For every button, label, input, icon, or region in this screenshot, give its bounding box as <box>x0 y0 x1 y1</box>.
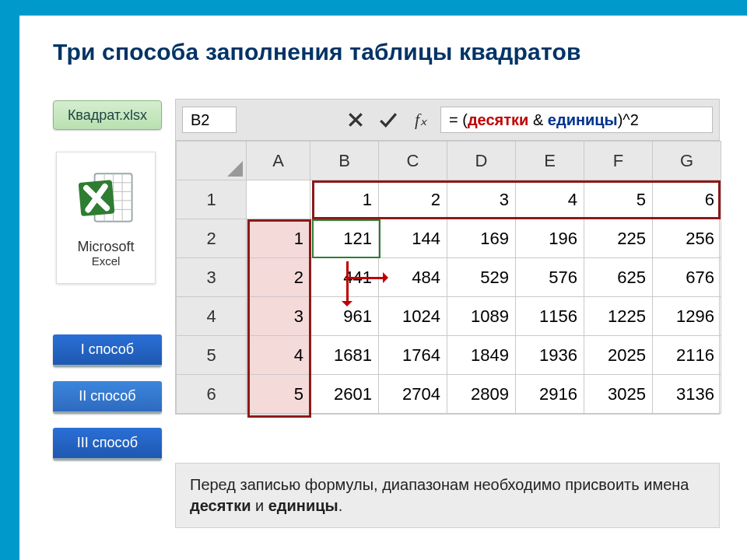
name-box[interactable]: B2 <box>182 107 237 133</box>
cell[interactable]: 484 <box>379 258 447 297</box>
col-header[interactable]: E <box>516 142 584 180</box>
cell[interactable]: 1849 <box>447 336 516 375</box>
cell[interactable]: 3 <box>447 180 516 219</box>
cell[interactable]: 2116 <box>653 336 721 375</box>
slide-title: Три способа заполнения таблицы квадратов <box>53 39 581 65</box>
row-header[interactable]: 3 <box>177 258 247 297</box>
note-box: Перед записью формулы, диапазонам необхо… <box>175 463 720 528</box>
col-header[interactable]: G <box>653 142 721 180</box>
cell[interactable]: 1 <box>310 180 379 219</box>
formula-bar: B2 fₓ = (десятки & единицы)^2 <box>175 99 720 141</box>
cell[interactable]: 2601 <box>310 375 379 414</box>
formula-input[interactable]: = (десятки & единицы)^2 <box>440 107 713 133</box>
method-1-button[interactable]: I способ <box>53 334 162 367</box>
excel-panel: B2 fₓ = (десятки & единицы)^2 A B C D E … <box>175 99 720 415</box>
cell[interactable]: 4 <box>247 336 310 375</box>
cell[interactable]: 3 <box>247 297 310 336</box>
cell[interactable]: 121 <box>310 219 379 258</box>
cell[interactable]: 441 <box>310 258 379 297</box>
cell[interactable]: 676 <box>653 258 721 297</box>
cancel-icon[interactable] <box>342 107 369 133</box>
cell[interactable]: 5 <box>584 180 653 219</box>
cell[interactable]: 1089 <box>447 297 516 336</box>
cell[interactable]: 529 <box>447 258 516 297</box>
cell[interactable]: 961 <box>310 297 379 336</box>
method-buttons: I способ II способ III способ <box>53 334 162 460</box>
cell[interactable]: 5 <box>247 375 310 414</box>
excel-label-line2: Excel <box>77 255 134 268</box>
row-header[interactable]: 2 <box>177 219 247 258</box>
row-header[interactable]: 5 <box>177 336 247 375</box>
method-2-button[interactable]: II способ <box>53 381 162 414</box>
cell[interactable]: 225 <box>584 219 653 258</box>
cell[interactable]: 256 <box>653 219 721 258</box>
cell[interactable]: 3136 <box>653 375 721 414</box>
row-header[interactable]: 6 <box>177 375 247 414</box>
cell[interactable]: 2 <box>379 180 447 219</box>
row-header[interactable]: 1 <box>177 180 247 219</box>
file-chip[interactable]: Квадрат.xlsx <box>53 100 162 130</box>
excel-app-badge: Microsoft Excel <box>56 152 156 284</box>
cell[interactable]: 2 <box>247 258 310 297</box>
row-header[interactable]: 4 <box>177 297 247 336</box>
cell[interactable]: 625 <box>584 258 653 297</box>
cell[interactable]: 1296 <box>653 297 721 336</box>
excel-label: Microsoft Excel <box>77 240 134 268</box>
col-header[interactable]: C <box>379 142 447 180</box>
cell[interactable]: 2809 <box>447 375 516 414</box>
enter-icon[interactable] <box>375 107 402 133</box>
select-all-corner[interactable] <box>177 142 247 180</box>
cell[interactable]: 1681 <box>310 336 379 375</box>
cell[interactable]: 4 <box>516 180 584 219</box>
cell[interactable]: 1764 <box>379 336 447 375</box>
cell[interactable]: 2025 <box>584 336 653 375</box>
cell[interactable]: 1 <box>247 219 310 258</box>
cell[interactable]: 2916 <box>516 375 584 414</box>
cell[interactable]: 196 <box>516 219 584 258</box>
col-header[interactable]: D <box>447 142 516 180</box>
cell[interactable]: 1936 <box>516 336 584 375</box>
cell[interactable]: 1156 <box>516 297 584 336</box>
cell[interactable]: 144 <box>379 219 447 258</box>
col-header[interactable]: F <box>584 142 653 180</box>
fx-icon[interactable]: fₓ <box>408 107 434 133</box>
cell[interactable] <box>247 180 310 219</box>
excel-label-line1: Microsoft <box>77 239 134 254</box>
cell[interactable]: 576 <box>516 258 584 297</box>
method-3-button[interactable]: III способ <box>53 428 162 460</box>
accent-top-bar <box>0 0 747 16</box>
cell[interactable]: 1024 <box>379 297 447 336</box>
cell[interactable]: 169 <box>447 219 516 258</box>
cell[interactable]: 1225 <box>584 297 653 336</box>
spreadsheet: A B C D E F G 1 1 2 3 4 5 6 2 1 121 <box>175 141 720 415</box>
accent-side-bar <box>0 0 19 560</box>
cell[interactable]: 6 <box>653 180 721 219</box>
cell[interactable]: 3025 <box>584 375 653 414</box>
col-header[interactable]: B <box>310 142 379 180</box>
col-header[interactable]: A <box>247 142 310 180</box>
cell[interactable]: 2704 <box>379 375 447 414</box>
excel-icon <box>68 160 143 235</box>
